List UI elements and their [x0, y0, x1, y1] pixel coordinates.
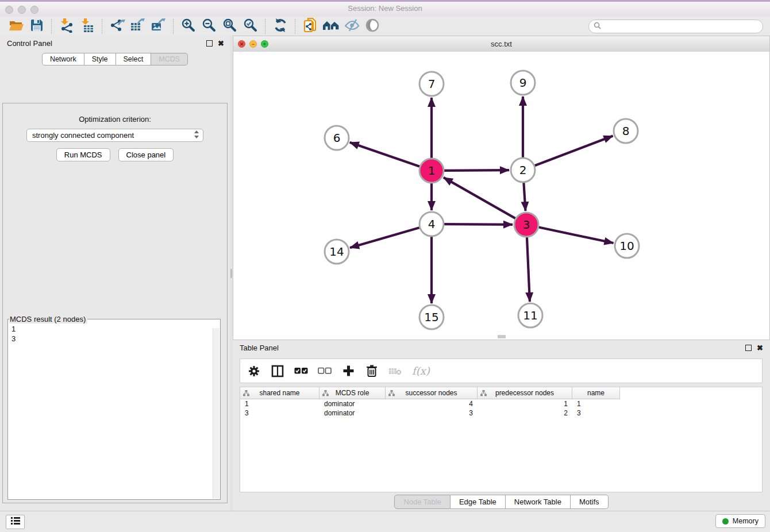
control-panel: Control Panel ✖ NetworkStyleSelectMCDS O… — [0, 36, 230, 511]
window-title: Session: New Session — [0, 2, 770, 15]
column-pane-button[interactable] — [271, 364, 284, 378]
select-all-columns-button[interactable] — [294, 364, 308, 378]
mcds-result-box: MCDS result (2 nodes) 1 3 — [7, 315, 221, 500]
cell-0-3[interactable]: 1 — [478, 400, 572, 408]
maximize-window-icon[interactable] — [30, 6, 38, 14]
minimize-view-icon[interactable]: − — [249, 40, 257, 48]
save-session-button[interactable] — [26, 18, 47, 35]
cell-0-4[interactable]: 1 — [572, 400, 620, 408]
cell-0-1[interactable]: dominator — [319, 400, 386, 408]
hierarchy-icon — [388, 390, 395, 398]
edge-3-11[interactable] — [527, 237, 530, 302]
column-label: predecessor nodes — [495, 389, 554, 397]
zoom-selected-icon — [243, 18, 258, 34]
export-image-button[interactable] — [148, 18, 169, 35]
cell-1-1[interactable]: dominator — [319, 409, 386, 417]
close-panel-icon[interactable]: ✖ — [218, 41, 224, 46]
edge-2-8[interactable] — [535, 136, 613, 166]
zoom-selected-button[interactable] — [240, 18, 261, 35]
zoom-view-icon[interactable]: + — [261, 40, 268, 48]
column-label: successor nodes — [405, 389, 457, 397]
optimization-criterion-select[interactable]: strongly connected component — [26, 129, 203, 142]
edge-4-14[interactable] — [350, 228, 419, 248]
minimize-window-icon[interactable] — [18, 6, 26, 14]
export-table-button[interactable] — [128, 18, 148, 35]
tab-motifs[interactable]: Motifs — [571, 495, 609, 509]
table-row-1[interactable]: 3dominator323 — [240, 408, 762, 418]
float-panel-icon[interactable] — [206, 40, 213, 47]
node-label-7: 7 — [428, 77, 436, 91]
mcds-panel: Optimization criterion: strongly connect… — [2, 103, 228, 503]
tab-network-table[interactable]: Network Table — [506, 495, 571, 509]
cell-0-0[interactable]: 1 — [240, 400, 319, 408]
home-networks-button[interactable] — [321, 18, 341, 35]
refresh-button[interactable] — [270, 18, 291, 35]
tab-node-table[interactable]: Node Table — [394, 495, 451, 509]
tab-mcds[interactable]: MCDS — [151, 53, 188, 65]
import-table-button[interactable] — [77, 18, 98, 35]
cell-1-3[interactable]: 2 — [478, 409, 572, 417]
column-header-successor-nodes[interactable]: successor nodes — [386, 387, 478, 399]
edge-3-10[interactable] — [539, 228, 614, 243]
delete-column-button[interactable] — [365, 364, 379, 378]
tab-style[interactable]: Style — [84, 53, 116, 65]
memory-label: Memory — [733, 517, 759, 525]
duplicate-network-icon — [303, 17, 318, 35]
close-table-panel-icon[interactable]: ✖ — [757, 345, 763, 350]
cell-1-0[interactable]: 3 — [240, 409, 319, 417]
show-graphics-button[interactable] — [362, 18, 383, 35]
run-mcds-button[interactable]: Run MCDS — [56, 148, 110, 161]
table-row-0[interactable]: 1dominator411 — [240, 399, 762, 408]
memory-button[interactable]: Memory — [715, 514, 765, 528]
hide-graphics-button[interactable] — [341, 18, 362, 35]
node-label-4: 4 — [428, 217, 436, 231]
table-settings-button[interactable] — [247, 364, 261, 378]
network-view-title: scc.txt — [233, 40, 769, 48]
float-table-panel-icon[interactable] — [745, 345, 752, 351]
window-controls — [5, 6, 38, 14]
task-history-button[interactable] — [6, 515, 25, 529]
node-label-9: 9 — [519, 76, 527, 90]
network-canvas[interactable]: 7968124314101511 — [233, 52, 769, 340]
network-graph[interactable]: 7968124314101511 — [233, 52, 769, 340]
delete-table-button-disabled — [388, 364, 402, 378]
column-header-predecessor-nodes[interactable]: predecessor nodes — [478, 387, 572, 399]
node-table[interactable]: shared nameMCDS rolesuccessor nodesprede… — [240, 387, 763, 492]
edge-1-6[interactable] — [350, 142, 420, 167]
status-bar: Memory — [0, 511, 770, 532]
search-box[interactable] — [588, 20, 763, 33]
result-scrollbar[interactable] — [213, 328, 220, 499]
cell-1-4[interactable]: 3 — [572, 409, 620, 417]
duplicate-network-button[interactable] — [300, 18, 321, 35]
cytoscape-window: Session: New Session — [0, 0, 770, 532]
zoom-in-button[interactable] — [178, 18, 199, 35]
tab-select[interactable]: Select — [116, 53, 152, 65]
column-header-shared-name[interactable]: shared name — [240, 387, 319, 399]
export-network-button[interactable] — [107, 18, 128, 35]
network-window-titlebar[interactable]: ✕ − + scc.txt — [233, 36, 769, 52]
cell-1-2[interactable]: 3 — [386, 409, 478, 417]
import-table-icon — [80, 18, 95, 34]
view-resize-grip[interactable] — [498, 335, 506, 338]
zoom-out-button[interactable] — [199, 18, 220, 35]
cell-0-2[interactable]: 4 — [386, 400, 478, 408]
unselect-all-columns-button[interactable] — [318, 364, 332, 378]
close-view-icon[interactable]: ✕ — [238, 40, 245, 48]
import-network-button[interactable] — [56, 18, 77, 35]
zoom-fit-icon — [222, 18, 237, 34]
tab-edge-table[interactable]: Edge Table — [451, 495, 506, 509]
edge-1-2[interactable] — [444, 170, 509, 171]
close-panel-button[interactable]: Close panel — [118, 148, 174, 161]
column-header-name[interactable]: name — [572, 387, 620, 399]
column-header-MCDS-role[interactable]: MCDS role — [319, 387, 386, 399]
edge-3-1[interactable] — [444, 178, 515, 218]
tab-network[interactable]: Network — [42, 53, 84, 65]
open-session-button[interactable] — [6, 18, 26, 35]
create-column-button[interactable] — [341, 364, 355, 378]
edge-2-3[interactable] — [523, 183, 525, 211]
import-network-icon — [59, 18, 74, 34]
zoom-fit-button[interactable] — [220, 18, 240, 35]
search-input[interactable] — [604, 22, 758, 31]
close-window-icon[interactable] — [5, 6, 13, 14]
edge-4-3[interactable] — [444, 224, 513, 225]
